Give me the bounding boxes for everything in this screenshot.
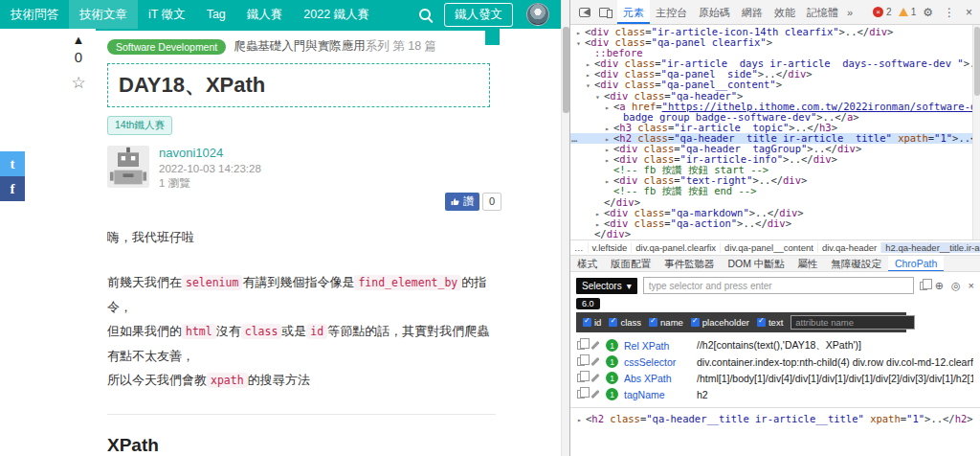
close-devtools-icon[interactable]: ×: [962, 6, 976, 19]
selectors-dropdown[interactable]: Selectors ▾: [576, 278, 637, 294]
edit-icon[interactable]: [590, 341, 599, 350]
dom-tree-node[interactable]: </div>: [570, 229, 972, 239]
bookmark-star-icon[interactable]: ☆: [67, 73, 90, 93]
devtools-tab-3[interactable]: 網路: [736, 0, 768, 24]
page-scrollbar[interactable]: [561, 0, 569, 456]
nav-item-4[interactable]: 鐵人賽: [236, 0, 294, 29]
warning-icon[interactable]: [899, 8, 908, 16]
devtools-subtab-1[interactable]: 版面配置: [604, 255, 657, 272]
breadcrumb-item[interactable]: …: [570, 242, 589, 253]
dom-tree-node[interactable]: ▸<div class="qa-action">..</div>: [570, 218, 972, 229]
edit-icon[interactable]: [590, 374, 599, 382]
dom-tree-node[interactable]: ▸<div class="qa-panel__side">..</div>: [570, 69, 972, 80]
devtools-subtab-4[interactable]: 屬性: [791, 255, 824, 272]
dom-tree-node[interactable]: <!-- fb 按讚 按鈕 end -->: [570, 186, 972, 196]
filter-id[interactable]: id: [583, 317, 601, 328]
search-icon[interactable]: [419, 9, 431, 20]
expand-arrow[interactable]: ▸: [577, 416, 586, 424]
post-article-button[interactable]: 鐵人發文: [444, 3, 513, 27]
expand-arrow[interactable]: ▸: [605, 124, 613, 133]
device-toolbar-icon[interactable]: [599, 8, 610, 17]
nav-item-1[interactable]: 技術文章: [69, 0, 138, 29]
kebab-menu-icon[interactable]: ⋮: [940, 6, 959, 19]
upvote-icon[interactable]: ▲: [67, 33, 90, 47]
dom-tree-node[interactable]: ▸<div class="qa-header__tagGroup">..</di…: [570, 144, 972, 154]
breadcrumb-item[interactable]: v.leftside: [589, 242, 633, 253]
dom-tree-node[interactable]: ▾<div class="qa-header">: [570, 91, 972, 102]
devtools-tab-5[interactable]: 記憶體: [801, 0, 844, 24]
nav-item-2[interactable]: iT 徵文: [138, 0, 196, 29]
expand-arrow[interactable]: ▸: [605, 155, 613, 165]
checkbox-checked-icon[interactable]: [649, 318, 657, 327]
devtools-subtab-2[interactable]: 事件監聽器: [657, 255, 722, 272]
devtools-scrollbar[interactable]: [972, 25, 980, 239]
dom-tree-node[interactable]: …▸<h2 class="qa-header__title ir-article…: [570, 133, 972, 144]
dom-tree-node[interactable]: ▸<div class="ir-article__days ir-article…: [570, 58, 972, 69]
copy-icon[interactable]: [577, 341, 585, 350]
filter-name[interactable]: name: [649, 317, 683, 328]
copy-icon[interactable]: [577, 357, 585, 366]
dom-tree-node[interactable]: ▸<a href="https://ithelp.ithome.com.tw/2…: [570, 102, 972, 112]
attribute-name-input[interactable]: [791, 315, 915, 330]
nav-item-3[interactable]: Tag: [196, 0, 236, 29]
dom-tree-node[interactable]: ▸<div class="ir-article-icon-14th clearf…: [570, 27, 972, 37]
breadcrumb-item[interactable]: div.qa-header: [818, 242, 881, 253]
devtools-tab-4[interactable]: 效能: [768, 0, 801, 24]
inspect-element-icon[interactable]: [579, 8, 590, 17]
checkbox-checked-icon[interactable]: [583, 318, 591, 327]
checkbox-checked-icon[interactable]: [691, 318, 700, 327]
close-icon[interactable]: ×: [969, 280, 974, 291]
expand-arrow[interactable]: ▸: [595, 219, 604, 229]
devtools-tab-2[interactable]: 原始碼: [693, 0, 736, 24]
copy-icon[interactable]: [920, 282, 927, 290]
expand-arrow[interactable]: ▸: [576, 28, 585, 37]
expand-arrow[interactable]: ▸: [605, 145, 613, 154]
matched-node-preview[interactable]: ▸<h2 class="qa-header__title ir-article_…: [570, 407, 980, 429]
filter-class[interactable]: class: [609, 317, 641, 328]
breadcrumb-item[interactable]: h2.qa-header__title.ir-article__title: [881, 242, 980, 253]
expand-arrow[interactable]: ▾: [586, 80, 594, 90]
user-avatar[interactable]: [526, 3, 549, 26]
breadcrumb-item[interactable]: div.qa-panel.clearfix: [632, 242, 721, 253]
copy-icon[interactable]: [577, 390, 585, 399]
expand-arrow[interactable]: ▸: [605, 103, 613, 112]
dom-tree-node[interactable]: ▾<div class="qa-panel__content">: [570, 80, 972, 90]
more-tabs-chevron-icon[interactable]: »: [844, 7, 856, 18]
devtools-subtab-6[interactable]: ChroPath: [888, 255, 944, 272]
expand-arrow[interactable]: ▸: [586, 59, 594, 69]
dom-tree-node[interactable]: <!-- fb 按讚 按鈕 start -->: [570, 165, 972, 175]
fb-like-button[interactable]: 讚: [445, 193, 479, 211]
expand-arrow[interactable]: ▸: [595, 209, 604, 218]
dom-tree-node[interactable]: ▸<div class="ir-article-info">..</div>: [570, 154, 972, 165]
expand-arrow[interactable]: ▾: [595, 92, 604, 102]
selector-input[interactable]: [643, 277, 914, 294]
twitter-share-button[interactable]: t: [0, 151, 25, 176]
checkbox-checked-icon[interactable]: [757, 318, 766, 327]
expand-arrow[interactable]: ▸: [605, 134, 613, 144]
nav-item-0[interactable]: 技術問答: [0, 0, 69, 29]
dom-tree-node[interactable]: ::before: [570, 48, 972, 58]
ironman-14th-badge[interactable]: 14th鐵人賽: [107, 116, 172, 135]
breadcrumb-item[interactable]: div.qa-panel__content: [721, 242, 818, 253]
facebook-share-button[interactable]: f: [0, 176, 25, 201]
group-badge[interactable]: Software Development: [107, 39, 226, 55]
devtools-subtab-5[interactable]: 無障礙設定: [824, 255, 888, 272]
filter-text[interactable]: text: [757, 317, 783, 328]
dom-tree-node[interactable]: </div>: [570, 197, 972, 208]
scrollbar-thumb[interactable]: [563, 27, 569, 113]
author-avatar[interactable]: [107, 146, 149, 188]
devtools-tab-0[interactable]: 元素: [617, 0, 650, 24]
copy-icon[interactable]: [577, 374, 585, 382]
add-icon[interactable]: ⊕: [935, 280, 944, 292]
devtools-scrollbar-thumb[interactable]: [974, 27, 980, 96]
expand-arrow[interactable]: ▸: [586, 70, 594, 80]
author-username[interactable]: navoni1024: [159, 146, 261, 160]
error-icon[interactable]: [873, 7, 883, 17]
devtools-tab-1[interactable]: 主控台: [650, 0, 693, 24]
dom-tree-node[interactable]: ▾<div class="qa-panel clearfix">: [570, 37, 972, 48]
dom-tree-node[interactable]: ▸<h3 class="ir-article__topic">..</h3>: [570, 123, 972, 133]
filter-placeholder[interactable]: placeholder: [691, 317, 749, 328]
edit-icon[interactable]: [590, 390, 599, 399]
devtools-subtab-3[interactable]: DOM 中斷點: [722, 255, 791, 272]
more-actions-icon[interactable]: …: [571, 133, 576, 144]
